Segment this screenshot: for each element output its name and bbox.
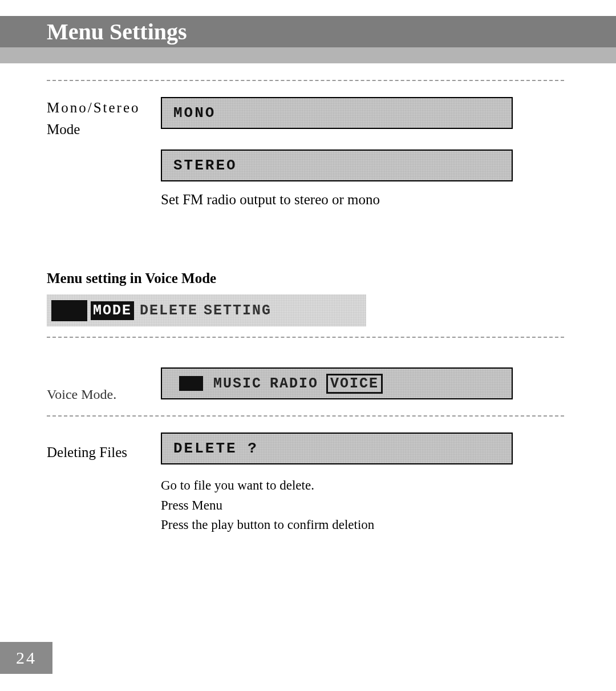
mode-right-col: MUSIC RADIO VOICE bbox=[161, 367, 566, 399]
voice-menu-lcd: MODE DELETE SETTING bbox=[47, 294, 366, 326]
menu-item-setting: SETTING bbox=[204, 302, 271, 319]
divider bbox=[47, 80, 564, 81]
delete-step-2: Press Menu bbox=[161, 496, 566, 516]
menu-icon bbox=[51, 300, 87, 321]
page-content: Mono/Stereo Mode MONO STEREO Set FM radi… bbox=[47, 80, 566, 535]
mono-stereo-description: Set FM radio output to stereo or mono bbox=[161, 192, 566, 208]
lcd-text-stereo: STEREO bbox=[173, 157, 237, 174]
lcd-mono: MONO bbox=[161, 97, 513, 129]
menu-item-delete: DELETE bbox=[140, 302, 198, 319]
delete-steps: Go to file you want to delete. Press Men… bbox=[161, 476, 566, 535]
mode-label-col: Voice Mode. bbox=[47, 367, 161, 399]
label-line2: Mode bbox=[47, 119, 154, 140]
mono-stereo-section: Mono/Stereo Mode MONO STEREO Set FM radi… bbox=[47, 97, 566, 208]
voice-mode-heading: Menu setting in Voice Mode bbox=[47, 270, 566, 286]
divider bbox=[47, 337, 564, 338]
deleting-files-label: Deleting Files bbox=[47, 433, 161, 535]
lcd-mode-row: MUSIC RADIO VOICE bbox=[161, 367, 513, 399]
page-number: 24 bbox=[0, 642, 52, 674]
delete-step-1: Go to file you want to delete. bbox=[161, 476, 566, 496]
mono-stereo-label: Mono/Stereo Mode bbox=[47, 97, 161, 208]
lcd-delete: DELETE ? bbox=[161, 433, 513, 464]
page-title: Menu Settings bbox=[47, 18, 187, 45]
deleting-files-right: DELETE ? Go to file you want to delete. … bbox=[161, 433, 566, 535]
mode-selection-section: Voice Mode. MUSIC RADIO VOICE bbox=[47, 367, 566, 399]
lcd-stereo: STEREO bbox=[161, 149, 513, 181]
label-line1: Mono/Stereo bbox=[47, 97, 154, 119]
mode-item-voice: VOICE bbox=[326, 374, 383, 394]
partial-label: Voice Mode. bbox=[47, 387, 116, 402]
deleting-files-section: Deleting Files DELETE ? Go to file you w… bbox=[47, 433, 566, 535]
divider bbox=[47, 415, 564, 417]
menu-item-mode: MODE bbox=[91, 301, 134, 320]
mode-icon bbox=[179, 376, 203, 391]
mode-item-music: MUSIC bbox=[213, 375, 262, 392]
lcd-text-mono: MONO bbox=[173, 104, 216, 122]
header-bar: Menu Settings bbox=[0, 16, 616, 47]
lcd-text-delete: DELETE ? bbox=[173, 440, 258, 457]
page-number-text: 24 bbox=[16, 648, 37, 668]
delete-step-3: Press the play button to confirm deletio… bbox=[161, 515, 566, 535]
mode-item-radio: RADIO bbox=[270, 375, 318, 392]
mono-stereo-options: MONO STEREO Set FM radio output to stere… bbox=[161, 97, 566, 208]
